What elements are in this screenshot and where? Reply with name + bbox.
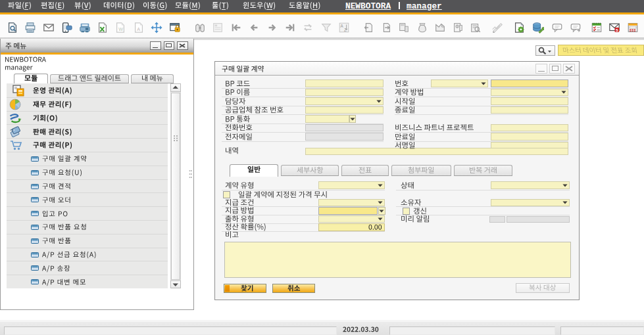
svg-text:S: S <box>616 28 618 32</box>
svg-text:W: W <box>119 26 124 32</box>
svg-text:A: A <box>137 26 140 32</box>
